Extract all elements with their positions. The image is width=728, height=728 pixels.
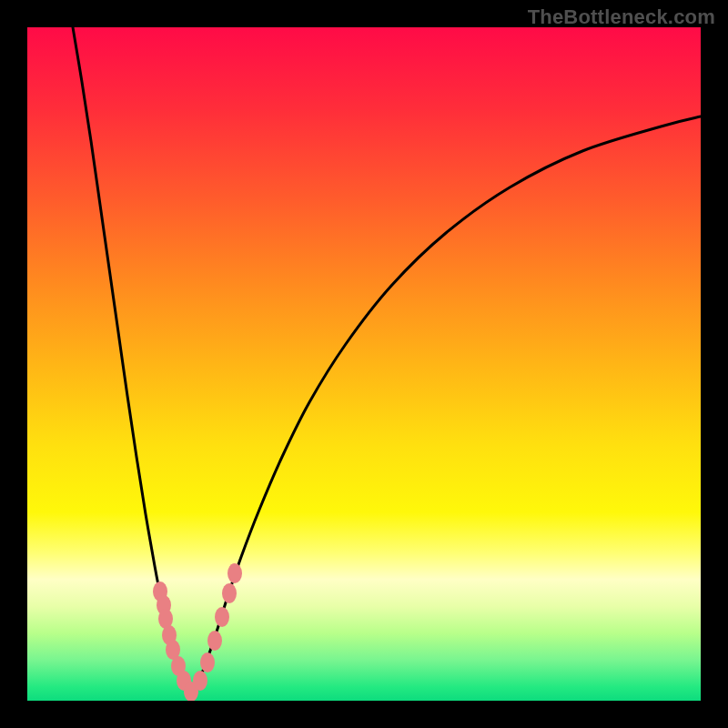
marker-point xyxy=(193,671,207,691)
curve-right-branch xyxy=(191,116,701,693)
marker-point xyxy=(228,563,242,583)
chart-curve-layer xyxy=(27,27,701,701)
curve-left-branch xyxy=(73,27,191,693)
marker-point xyxy=(207,631,222,651)
chart-plot-area xyxy=(27,27,701,701)
marker-point xyxy=(200,652,215,672)
chart-frame: TheBottleneck.com xyxy=(0,0,728,728)
marker-point xyxy=(222,583,237,603)
marker-point xyxy=(215,607,229,627)
watermark-text: TheBottleneck.com xyxy=(528,5,715,29)
